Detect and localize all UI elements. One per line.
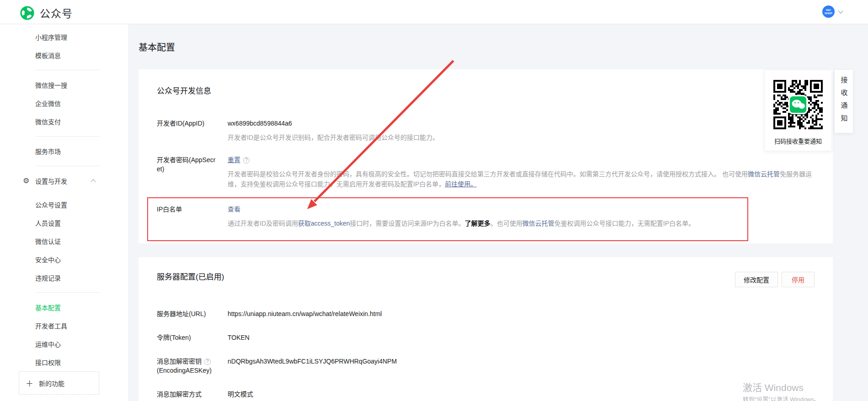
sidebar-item-label: 违规记录 xyxy=(35,273,61,282)
qr-code xyxy=(769,76,827,133)
sidebar-divider xyxy=(35,70,100,70)
mp-admin-page: 公众号 Niu Shop 小程序管理模板消息微信搜一搜企业微信微信支付服务市场⚙… xyxy=(0,0,868,401)
inline-text: 通过开发者ID及密码调用 xyxy=(228,220,298,227)
server-url-label: 服务器地址(URL) xyxy=(157,309,228,318)
view-ip-whitelist-link[interactable]: 查看 xyxy=(228,206,240,213)
sidebar-item-wechat-search[interactable]: 微信搜一搜 xyxy=(0,76,128,94)
ip-whitelist-desc: 通过开发者ID及密码调用获取access_token接口时，需要设置访问来源IP… xyxy=(228,218,815,228)
sidebar-item-service-market[interactable]: 服务市场 xyxy=(0,142,128,160)
server-url-row: 服务器地址(URL) https://uniapp.niuteam.cn/wap… xyxy=(157,309,815,318)
sidebar-divider xyxy=(35,136,100,137)
disable-button[interactable]: 停用 xyxy=(782,272,815,287)
sidebar-item-ops-center[interactable]: 运维中心 xyxy=(0,335,128,353)
sidebar-item-settings-and-development[interactable]: ⚙设置与开发 xyxy=(0,172,128,190)
sidebar-item-basic-config[interactable]: 基本配置 xyxy=(0,298,128,317)
sidebar-item-staff-settings[interactable]: 人员设置 xyxy=(0,214,128,232)
sidebar-item-wechat-verification[interactable]: 微信认证 xyxy=(0,232,128,250)
appid-value: wx6899bcd8598844a6 xyxy=(228,119,815,128)
encrypt-mode-row: 消息加解密方式 明文模式 xyxy=(157,390,815,399)
sidebar-item-label: 模板消息 xyxy=(35,51,61,60)
account-menu[interactable]: Niu Shop xyxy=(822,5,842,18)
sidebar-item-security-center[interactable]: 安全中心 xyxy=(0,250,128,269)
sidebar-item-label: 运维中心 xyxy=(35,339,61,348)
aeskey-row: 消息加解密密钥? (EncodingAESKey) nDQRbgsAh3Wted… xyxy=(157,357,815,375)
inline-text: 。也可使用 xyxy=(490,220,522,227)
inline-link[interactable]: 微信云托管 xyxy=(748,170,780,178)
top-header: 公众号 Niu Shop xyxy=(0,0,868,24)
aeskey-label: 消息加解密密钥? (EncodingAESKey) xyxy=(157,357,228,375)
appsecret-label: 开发者密码(AppSecret) xyxy=(157,155,228,174)
qr-caption: 扫码接收重要通知 xyxy=(765,137,831,145)
server-config-title: 服务器配置(已启用) xyxy=(157,272,815,283)
sidebar: 小程序管理模板消息微信搜一搜企业微信微信支付服务市场⚙设置与开发公众号设置人员设… xyxy=(0,24,128,401)
modify-config-button[interactable]: 修改配置 xyxy=(735,272,778,287)
sidebar-item-label: 小程序管理 xyxy=(35,32,67,42)
sidebar-item-label: 人员设置 xyxy=(35,218,61,227)
sidebar-divider xyxy=(35,166,100,166)
encrypt-mode-label: 消息加解密方式 xyxy=(157,390,228,399)
sidebar-item-mini-program-management[interactable]: 小程序管理 xyxy=(0,28,128,46)
token-label: 令牌(Token) xyxy=(157,333,228,342)
sidebar-item-api-permissions[interactable]: 接口权限 xyxy=(0,353,128,371)
page-title: 基本配置 xyxy=(138,40,175,53)
sidebar-item-label: 安全中心 xyxy=(35,255,61,264)
sidebar-nav: 小程序管理模板消息微信搜一搜企业微信微信支付服务市场⚙设置与开发公众号设置人员设… xyxy=(0,24,128,371)
new-feature-label: 新的功能 xyxy=(39,379,64,388)
appid-label: 开发者ID(AppID) xyxy=(157,119,228,128)
server-url-value: https://uniapp.niuteam.cn/wap/wchat/rela… xyxy=(228,309,815,318)
brand[interactable]: 公众号 xyxy=(20,5,73,21)
receive-notify-label: 接收通知 xyxy=(839,76,849,133)
ip-whitelist-row: IP白名单 查看 通过开发者ID及密码调用获取access_token接口时，需… xyxy=(157,205,815,228)
brand-name: 公众号 xyxy=(40,5,73,21)
appid-row: 开发者ID(AppID) wx6899bcd8598844a6 开发者ID是公众… xyxy=(157,119,815,142)
token-row: 令牌(Token) TOKEN xyxy=(157,333,815,342)
server-config-card: 服务器配置(已启用) 修改配置 停用 服务器地址(URL) https://un… xyxy=(138,257,833,401)
qr-notify-panel: 扫码接收重要通知 xyxy=(764,70,832,151)
appsecret-row: 开发者密码(AppSecret) 重置? 开发者密码是校验公众号开发者身份的密码… xyxy=(157,155,815,189)
inline-link[interactable]: 了解更多 xyxy=(465,220,490,227)
inline-text: 免鉴权调用公众号接口能力，无需配置IP白名单。 xyxy=(554,220,695,227)
chevron-down-icon xyxy=(838,8,843,13)
appsecret-desc: 开发者密码是校验公众号开发者身份的密码，具有极高的安全性。切记勿把密码直接交给第… xyxy=(228,169,815,189)
inline-link[interactable]: 微信云托管 xyxy=(522,220,554,227)
aeskey-value: nDQRbgsAh3WtedL9wbFC1iLSYJQ6PRWHRqGoayi4… xyxy=(228,357,815,366)
inline-text: 开发者密码是校验公众号开发者身份的密码，具有极高的安全性。切记勿把密码直接交给第… xyxy=(228,170,748,178)
encrypt-mode-value: 明文模式 xyxy=(228,390,815,399)
dev-info-title: 公众号开发信息 xyxy=(157,86,815,97)
sidebar-item-violation-records[interactable]: 违规记录 xyxy=(0,269,128,287)
sidebar-item-label: 微信搜一搜 xyxy=(35,80,67,90)
inline-text: 接口时，需要设置访问来源IP为白名单。 xyxy=(350,220,465,227)
appid-desc: 开发者ID是公众号开发识别码，配合开发者密码可调用公众号的接口能力。 xyxy=(228,132,815,142)
receive-notify-tab[interactable]: 接收通知 xyxy=(835,70,853,133)
sidebar-item-account-settings[interactable]: 公众号设置 xyxy=(0,195,128,214)
sidebar-item-label: 接口权限 xyxy=(35,358,61,367)
plus-icon: ＋ xyxy=(26,377,33,389)
chevron-up-icon xyxy=(91,179,96,184)
new-feature-button[interactable]: ＋ 新的功能 xyxy=(19,371,99,395)
gear-icon: ⚙ xyxy=(23,177,29,185)
sidebar-item-label: 公众号设置 xyxy=(35,200,67,209)
token-value: TOKEN xyxy=(228,333,815,342)
inline-link[interactable]: 前往使用。 xyxy=(445,180,477,188)
sidebar-item-wechat-pay[interactable]: 微信支付 xyxy=(0,112,128,131)
sidebar-item-label: 服务市场 xyxy=(35,147,61,156)
reset-appsecret-link[interactable]: 重置 xyxy=(228,156,240,164)
help-icon[interactable]: ? xyxy=(243,157,250,164)
dev-info-card: 公众号开发信息 开发者ID(AppID) wx6899bcd8598844a6 … xyxy=(138,69,833,243)
sidebar-item-label: 微信支付 xyxy=(35,117,61,126)
sidebar-item-label: 开发者工具 xyxy=(35,321,67,330)
sidebar-item-template-message[interactable]: 模板消息 xyxy=(0,46,128,64)
sidebar-item-label: 企业微信 xyxy=(35,99,61,108)
account-avatar[interactable]: Niu Shop xyxy=(822,5,835,18)
inline-link[interactable]: 获取access_token xyxy=(298,220,350,227)
sidebar-item-label: 基本配置 xyxy=(35,303,61,312)
sidebar-item-developer-tools[interactable]: 开发者工具 xyxy=(0,317,128,335)
help-icon[interactable]: ? xyxy=(204,359,211,365)
sidebar-item-label: 微信认证 xyxy=(35,237,61,246)
sidebar-divider xyxy=(35,292,100,293)
wechat-mp-logo-icon xyxy=(20,6,34,20)
sidebar-item-wecom[interactable]: 企业微信 xyxy=(0,94,128,112)
sidebar-item-label: 设置与开发 xyxy=(35,176,67,185)
ip-whitelist-label: IP白名单 xyxy=(157,205,228,214)
